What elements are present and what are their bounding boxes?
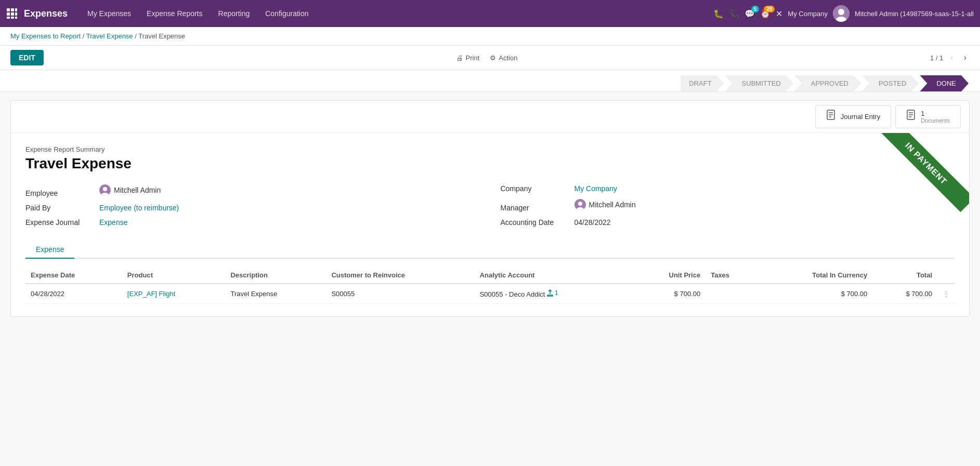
- topnav: Expenses My Expenses Expense Reports Rep…: [0, 0, 980, 27]
- svg-rect-1: [11, 8, 14, 11]
- edit-button[interactable]: EDIT: [10, 50, 44, 65]
- status-done[interactable]: DONE: [920, 75, 969, 91]
- chat-icon[interactable]: 💬 5: [744, 9, 755, 19]
- breadcrumb-link-2[interactable]: Travel Expense: [86, 32, 133, 40]
- svg-rect-4: [11, 12, 14, 16]
- accounting-date-label: Accounting Date: [501, 218, 568, 227]
- pagination: 1 / 1 ‹ ›: [930, 52, 970, 63]
- paid-by-value[interactable]: Employee (to reimburse): [99, 204, 179, 212]
- next-button[interactable]: ›: [961, 52, 970, 63]
- cell-expense-date: 04/28/2022: [25, 284, 122, 304]
- documents-count: 1: [921, 110, 950, 117]
- company-value[interactable]: My Company: [574, 184, 617, 193]
- left-fields: Employee Mitchell Admin Paid By Employee…: [25, 184, 480, 227]
- employee-field: Employee Mitchell Admin: [25, 184, 480, 197]
- journal-entry-button[interactable]: Journal Entry: [815, 105, 892, 128]
- right-fields: Company My Company Manager Mitchell Admi…: [501, 184, 955, 227]
- table-row: 04/28/2022 [EXP_AF] Flight Travel Expens…: [25, 284, 955, 304]
- documents-icon: [906, 110, 917, 124]
- col-customer: Customer to Reinvoice: [326, 267, 474, 284]
- expense-journal-label: Expense Journal: [25, 218, 93, 227]
- col-total-currency: Total In Currency: [757, 267, 872, 284]
- manager-value: Mitchell Admin: [574, 199, 636, 210]
- cell-taxes: [705, 284, 757, 304]
- breadcrumb-link-1[interactable]: My Expenses to Report: [10, 32, 81, 40]
- analytic-account-text: S00055 - Deco Addict: [480, 290, 545, 298]
- col-options: [937, 267, 955, 284]
- svg-rect-3: [7, 12, 10, 16]
- svg-point-10: [838, 9, 844, 15]
- svg-rect-5: [15, 12, 17, 16]
- svg-rect-2: [15, 8, 17, 11]
- nav-expense-reports[interactable]: Expense Reports: [139, 6, 210, 21]
- topnav-menu: My Expenses Expense Reports Reporting Co…: [80, 6, 711, 21]
- fields-grid: Employee Mitchell Admin Paid By Employee…: [25, 184, 955, 227]
- nav-reporting[interactable]: Reporting: [211, 6, 257, 21]
- employee-value: Mitchell Admin: [99, 184, 161, 196]
- bug-icon[interactable]: 🐛: [713, 9, 724, 19]
- paid-by-field: Paid By Employee (to reimburse): [25, 204, 480, 212]
- prev-button[interactable]: ‹: [947, 52, 956, 63]
- documents-button[interactable]: 1 Documents: [895, 105, 961, 128]
- cell-description: Travel Expense: [225, 284, 326, 304]
- journal-entry-label: Journal Entry: [841, 113, 881, 121]
- pagination-text: 1 / 1: [930, 54, 943, 62]
- status-posted[interactable]: POSTED: [862, 75, 919, 91]
- employee-name[interactable]: Mitchell Admin: [114, 186, 161, 194]
- col-product: Product: [122, 267, 226, 284]
- breadcrumb: My Expenses to Report / Travel Expense /…: [0, 27, 980, 46]
- employee-label: Employee: [25, 189, 93, 197]
- col-expense-date: Expense Date: [25, 267, 122, 284]
- status-submitted[interactable]: SUBMITTED: [725, 75, 793, 91]
- report-title: Travel Expense: [25, 155, 955, 172]
- status-draft[interactable]: DRAFT: [681, 75, 724, 91]
- chat-badge: 5: [751, 6, 760, 12]
- cell-customer: S00055: [326, 284, 474, 304]
- nav-my-expenses[interactable]: My Expenses: [80, 6, 138, 21]
- document-card: Journal Entry 1 Documents: [10, 100, 970, 317]
- documents-label: Documents: [921, 117, 950, 124]
- company-label: Company: [501, 184, 568, 193]
- clock-icon[interactable]: ⏰ 29: [760, 9, 770, 19]
- cell-analytic: S00055 - Deco Addict 1: [475, 284, 632, 304]
- paid-by-label: Paid By: [25, 204, 93, 212]
- attachment-badge[interactable]: 1: [547, 289, 558, 297]
- col-description: Description: [225, 267, 326, 284]
- accounting-date-value: 04/28/2022: [574, 218, 611, 227]
- journal-entry-icon: [826, 110, 837, 124]
- main-content: Journal Entry 1 Documents: [0, 92, 980, 325]
- col-analytic: Analytic Account: [475, 267, 632, 284]
- tab-expense[interactable]: Expense: [25, 241, 74, 259]
- cell-total-currency: $ 700.00: [757, 284, 872, 304]
- user-avatar[interactable]: [833, 5, 850, 22]
- col-unit-price: Unit Price: [632, 267, 705, 284]
- form-tabs: Expense: [25, 241, 955, 259]
- row-options-button[interactable]: ⋮: [937, 284, 955, 304]
- accounting-date-field: Accounting Date 04/28/2022: [501, 218, 955, 227]
- cell-total: $ 700.00: [872, 284, 937, 304]
- phone-icon[interactable]: 📞: [729, 9, 739, 19]
- svg-rect-6: [7, 17, 10, 19]
- expense-journal-value[interactable]: Expense: [99, 218, 127, 227]
- cell-product[interactable]: [EXP_AF] Flight: [122, 284, 226, 304]
- nav-configuration[interactable]: Configuration: [258, 6, 316, 21]
- action-label: Action: [499, 54, 517, 62]
- print-button[interactable]: 🖨 Print: [456, 54, 480, 62]
- apps-grid-icon[interactable]: [6, 8, 18, 19]
- action-button[interactable]: ⚙ Action: [490, 54, 517, 62]
- print-label: Print: [466, 54, 480, 62]
- employee-avatar: [99, 184, 111, 196]
- breadcrumb-current: Travel Expense: [138, 32, 185, 40]
- clock-badge: 29: [764, 6, 775, 12]
- summary-label: Expense Report Summary: [25, 145, 955, 153]
- manager-avatar: [574, 199, 586, 210]
- col-taxes: Taxes: [705, 267, 757, 284]
- col-total: Total: [872, 267, 937, 284]
- status-approved[interactable]: APPROVED: [794, 75, 861, 91]
- topnav-right: 🐛 📞 💬 5 ⏰ 29 ✕ My Company Mitchell Admin…: [713, 5, 974, 22]
- svg-point-21: [103, 187, 107, 191]
- cell-unit-price: $ 700.00: [632, 284, 705, 304]
- close-icon[interactable]: ✕: [776, 9, 782, 19]
- svg-point-24: [578, 202, 582, 206]
- manager-name[interactable]: Mitchell Admin: [589, 201, 636, 209]
